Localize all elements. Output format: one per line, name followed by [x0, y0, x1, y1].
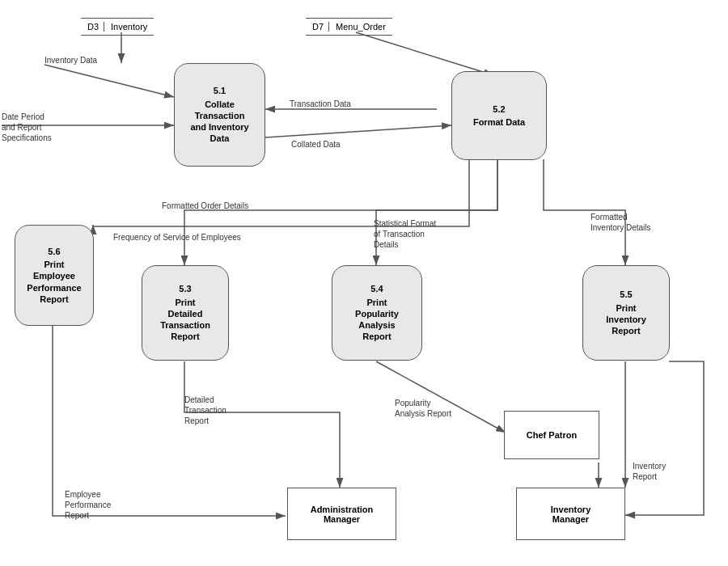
- admin-manager-label: AdministrationManager: [311, 505, 374, 524]
- process-5-3: 5.3 PrintDetailedTransactionReport: [142, 265, 229, 361]
- label-inventory-data: Inventory Data: [44, 55, 97, 65]
- label-freq-service: Frequency of Service of Employees: [113, 232, 241, 243]
- svg-line-6: [265, 125, 451, 137]
- data-store-d3: D3 Inventory: [81, 18, 154, 36]
- process-5-4-id: 5.4: [370, 283, 383, 294]
- process-5-2-id: 5.2: [493, 103, 505, 115]
- process-5-3-title: PrintDetailedTransactionReport: [160, 297, 210, 343]
- ds-d7-id: D7: [312, 22, 329, 32]
- svg-line-7: [376, 361, 506, 433]
- ds-d7-name: Menu_Order: [336, 22, 386, 32]
- process-5-2: 5.2 Format Data: [451, 71, 547, 160]
- label-inventory-report: InventoryReport: [633, 461, 666, 482]
- process-5-1-id: 5.1: [214, 85, 226, 96]
- process-5-4-title: PrintPopularityAnalysisReport: [355, 297, 399, 343]
- external-admin-manager: AdministrationManager: [287, 488, 396, 540]
- process-5-5-title: PrintInventoryReport: [606, 302, 646, 337]
- chef-patron-label: Chef Patron: [527, 430, 577, 440]
- process-5-6: 5.6 PrintEmployeePerformanceReport: [15, 225, 94, 326]
- process-5-5: 5.5 PrintInventoryReport: [582, 265, 670, 361]
- process-5-2-title: Format Data: [473, 116, 525, 128]
- process-5-1-title: CollateTransactionand InventoryData: [190, 99, 248, 145]
- label-detailed-trans: DetailedTransactionReport: [184, 395, 226, 426]
- process-5-3-id: 5.3: [179, 283, 191, 294]
- process-5-5-id: 5.5: [620, 289, 632, 300]
- inventory-manager-label: InventoryManager: [551, 505, 591, 524]
- label-formatted-order: Formatted Order Details: [162, 201, 248, 211]
- process-5-6-title: PrintEmployeePerformanceReport: [27, 259, 81, 305]
- ds-d3-id: D3: [87, 22, 104, 32]
- label-popularity-report: PopularityAnalysis Report: [395, 398, 451, 419]
- external-chef-patron: Chef Patron: [504, 411, 599, 459]
- label-employee-perf: EmployeePerformanceReport: [65, 489, 111, 521]
- label-date-period: Date Periodand ReportSpecifications: [2, 112, 52, 143]
- label-stat-format: Statistical Formatof TransactionDetails: [374, 218, 436, 250]
- svg-line-2: [44, 65, 174, 97]
- external-inventory-manager: InventoryManager: [516, 488, 625, 540]
- process-5-1: 5.1 CollateTransactionand InventoryData: [174, 63, 265, 167]
- data-store-d7: D7 Menu_Order: [306, 18, 392, 36]
- svg-line-4: [356, 32, 493, 75]
- diagram-container: D3 Inventory D7 Menu_Order 5.1 CollateTr…: [0, 0, 728, 566]
- ds-d3-name: Inventory: [111, 22, 147, 32]
- process-5-6-id: 5.6: [48, 246, 60, 257]
- label-formatted-inv: FormattedInventory Details: [590, 212, 650, 233]
- label-collated-data: Collated Data: [291, 139, 341, 150]
- process-5-4: 5.4 PrintPopularityAnalysisReport: [332, 265, 422, 361]
- label-transaction-data: Transaction Data: [290, 99, 351, 109]
